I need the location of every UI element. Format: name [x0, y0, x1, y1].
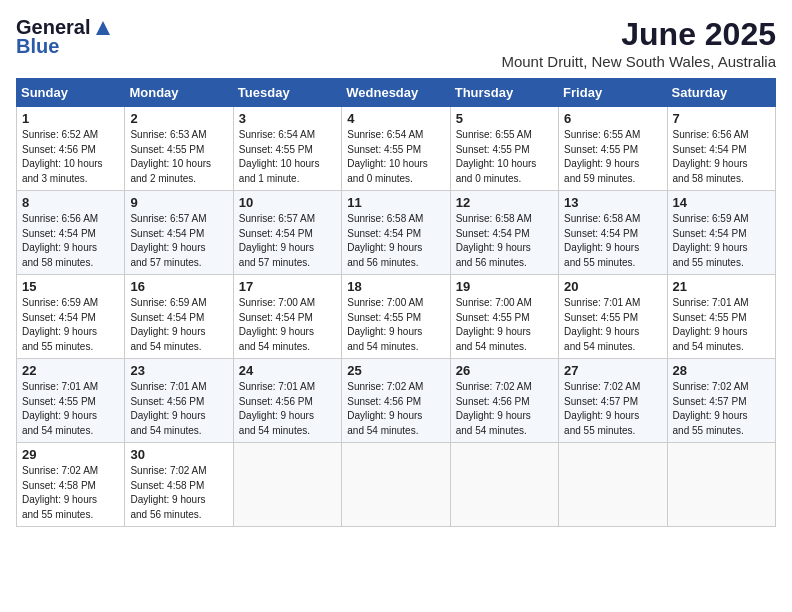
- calendar-cell: [233, 443, 341, 527]
- day-detail: Sunrise: 6:59 AMSunset: 4:54 PMDaylight:…: [130, 296, 227, 354]
- day-detail: Sunrise: 6:54 AMSunset: 4:55 PMDaylight:…: [347, 128, 444, 186]
- calendar-cell: 7Sunrise: 6:56 AMSunset: 4:54 PMDaylight…: [667, 107, 775, 191]
- day-detail: Sunrise: 6:55 AMSunset: 4:55 PMDaylight:…: [564, 128, 661, 186]
- day-number: 5: [456, 111, 553, 126]
- day-number: 28: [673, 363, 770, 378]
- day-number: 23: [130, 363, 227, 378]
- calendar-cell: 2Sunrise: 6:53 AMSunset: 4:55 PMDaylight…: [125, 107, 233, 191]
- logo-blue: Blue: [16, 35, 59, 58]
- day-number: 20: [564, 279, 661, 294]
- weekday-header: Monday: [125, 79, 233, 107]
- weekday-header: Friday: [559, 79, 667, 107]
- day-number: 12: [456, 195, 553, 210]
- day-detail: Sunrise: 6:55 AMSunset: 4:55 PMDaylight:…: [456, 128, 553, 186]
- calendar-cell: 23Sunrise: 7:01 AMSunset: 4:56 PMDayligh…: [125, 359, 233, 443]
- day-number: 26: [456, 363, 553, 378]
- day-detail: Sunrise: 7:02 AMSunset: 4:57 PMDaylight:…: [673, 380, 770, 438]
- day-number: 19: [456, 279, 553, 294]
- calendar-cell: 9Sunrise: 6:57 AMSunset: 4:54 PMDaylight…: [125, 191, 233, 275]
- day-detail: Sunrise: 6:57 AMSunset: 4:54 PMDaylight:…: [130, 212, 227, 270]
- logo-icon: [94, 19, 112, 37]
- day-number: 8: [22, 195, 119, 210]
- calendar-cell: 17Sunrise: 7:00 AMSunset: 4:54 PMDayligh…: [233, 275, 341, 359]
- calendar-cell: 12Sunrise: 6:58 AMSunset: 4:54 PMDayligh…: [450, 191, 558, 275]
- weekday-header: Saturday: [667, 79, 775, 107]
- day-number: 18: [347, 279, 444, 294]
- day-number: 21: [673, 279, 770, 294]
- day-detail: Sunrise: 7:00 AMSunset: 4:55 PMDaylight:…: [456, 296, 553, 354]
- day-number: 7: [673, 111, 770, 126]
- calendar-cell: 22Sunrise: 7:01 AMSunset: 4:55 PMDayligh…: [17, 359, 125, 443]
- day-detail: Sunrise: 6:56 AMSunset: 4:54 PMDaylight:…: [673, 128, 770, 186]
- day-number: 9: [130, 195, 227, 210]
- calendar-cell: 24Sunrise: 7:01 AMSunset: 4:56 PMDayligh…: [233, 359, 341, 443]
- day-number: 17: [239, 279, 336, 294]
- weekday-header: Tuesday: [233, 79, 341, 107]
- calendar-cell: 1Sunrise: 6:52 AMSunset: 4:56 PMDaylight…: [17, 107, 125, 191]
- calendar-cell: [450, 443, 558, 527]
- calendar-cell: 20Sunrise: 7:01 AMSunset: 4:55 PMDayligh…: [559, 275, 667, 359]
- location-title: Mount Druitt, New South Wales, Australia: [501, 53, 776, 70]
- calendar-cell: 19Sunrise: 7:00 AMSunset: 4:55 PMDayligh…: [450, 275, 558, 359]
- day-detail: Sunrise: 6:56 AMSunset: 4:54 PMDaylight:…: [22, 212, 119, 270]
- day-number: 4: [347, 111, 444, 126]
- day-detail: Sunrise: 7:01 AMSunset: 4:55 PMDaylight:…: [22, 380, 119, 438]
- calendar-cell: 29Sunrise: 7:02 AMSunset: 4:58 PMDayligh…: [17, 443, 125, 527]
- calendar-week-row: 8Sunrise: 6:56 AMSunset: 4:54 PMDaylight…: [17, 191, 776, 275]
- calendar-cell: 30Sunrise: 7:02 AMSunset: 4:58 PMDayligh…: [125, 443, 233, 527]
- calendar-cell: 27Sunrise: 7:02 AMSunset: 4:57 PMDayligh…: [559, 359, 667, 443]
- svg-marker-0: [96, 21, 110, 35]
- day-number: 27: [564, 363, 661, 378]
- day-detail: Sunrise: 6:59 AMSunset: 4:54 PMDaylight:…: [673, 212, 770, 270]
- calendar-week-row: 15Sunrise: 6:59 AMSunset: 4:54 PMDayligh…: [17, 275, 776, 359]
- day-detail: Sunrise: 7:01 AMSunset: 4:55 PMDaylight:…: [564, 296, 661, 354]
- day-detail: Sunrise: 6:53 AMSunset: 4:55 PMDaylight:…: [130, 128, 227, 186]
- day-number: 3: [239, 111, 336, 126]
- calendar-cell: 5Sunrise: 6:55 AMSunset: 4:55 PMDaylight…: [450, 107, 558, 191]
- calendar-cell: 26Sunrise: 7:02 AMSunset: 4:56 PMDayligh…: [450, 359, 558, 443]
- calendar-cell: [667, 443, 775, 527]
- day-detail: Sunrise: 7:02 AMSunset: 4:58 PMDaylight:…: [22, 464, 119, 522]
- day-number: 24: [239, 363, 336, 378]
- weekday-header: Thursday: [450, 79, 558, 107]
- weekday-header: Wednesday: [342, 79, 450, 107]
- day-detail: Sunrise: 7:02 AMSunset: 4:58 PMDaylight:…: [130, 464, 227, 522]
- calendar-cell: 4Sunrise: 6:54 AMSunset: 4:55 PMDaylight…: [342, 107, 450, 191]
- day-detail: Sunrise: 7:01 AMSunset: 4:55 PMDaylight:…: [673, 296, 770, 354]
- calendar-cell: 6Sunrise: 6:55 AMSunset: 4:55 PMDaylight…: [559, 107, 667, 191]
- title-area: June 2025 Mount Druitt, New South Wales,…: [501, 16, 776, 70]
- day-detail: Sunrise: 6:54 AMSunset: 4:55 PMDaylight:…: [239, 128, 336, 186]
- day-detail: Sunrise: 7:01 AMSunset: 4:56 PMDaylight:…: [239, 380, 336, 438]
- day-number: 15: [22, 279, 119, 294]
- calendar-week-row: 22Sunrise: 7:01 AMSunset: 4:55 PMDayligh…: [17, 359, 776, 443]
- day-detail: Sunrise: 7:02 AMSunset: 4:57 PMDaylight:…: [564, 380, 661, 438]
- day-number: 30: [130, 447, 227, 462]
- day-detail: Sunrise: 6:52 AMSunset: 4:56 PMDaylight:…: [22, 128, 119, 186]
- day-number: 22: [22, 363, 119, 378]
- day-number: 6: [564, 111, 661, 126]
- calendar-week-row: 1Sunrise: 6:52 AMSunset: 4:56 PMDaylight…: [17, 107, 776, 191]
- day-number: 13: [564, 195, 661, 210]
- day-detail: Sunrise: 6:57 AMSunset: 4:54 PMDaylight:…: [239, 212, 336, 270]
- day-number: 2: [130, 111, 227, 126]
- calendar-cell: 8Sunrise: 6:56 AMSunset: 4:54 PMDaylight…: [17, 191, 125, 275]
- day-detail: Sunrise: 6:59 AMSunset: 4:54 PMDaylight:…: [22, 296, 119, 354]
- day-number: 10: [239, 195, 336, 210]
- month-title: June 2025: [501, 16, 776, 53]
- calendar-cell: 3Sunrise: 6:54 AMSunset: 4:55 PMDaylight…: [233, 107, 341, 191]
- calendar-header-row: SundayMondayTuesdayWednesdayThursdayFrid…: [17, 79, 776, 107]
- day-number: 25: [347, 363, 444, 378]
- calendar-cell: [559, 443, 667, 527]
- calendar-cell: 15Sunrise: 6:59 AMSunset: 4:54 PMDayligh…: [17, 275, 125, 359]
- day-detail: Sunrise: 6:58 AMSunset: 4:54 PMDaylight:…: [564, 212, 661, 270]
- logo: General Blue: [16, 16, 112, 58]
- calendar-cell: 18Sunrise: 7:00 AMSunset: 4:55 PMDayligh…: [342, 275, 450, 359]
- calendar-cell: 13Sunrise: 6:58 AMSunset: 4:54 PMDayligh…: [559, 191, 667, 275]
- calendar-cell: 16Sunrise: 6:59 AMSunset: 4:54 PMDayligh…: [125, 275, 233, 359]
- day-detail: Sunrise: 7:00 AMSunset: 4:55 PMDaylight:…: [347, 296, 444, 354]
- calendar-cell: 11Sunrise: 6:58 AMSunset: 4:54 PMDayligh…: [342, 191, 450, 275]
- day-number: 11: [347, 195, 444, 210]
- day-detail: Sunrise: 7:01 AMSunset: 4:56 PMDaylight:…: [130, 380, 227, 438]
- header: General Blue June 2025 Mount Druitt, New…: [16, 16, 776, 70]
- calendar-cell: 25Sunrise: 7:02 AMSunset: 4:56 PMDayligh…: [342, 359, 450, 443]
